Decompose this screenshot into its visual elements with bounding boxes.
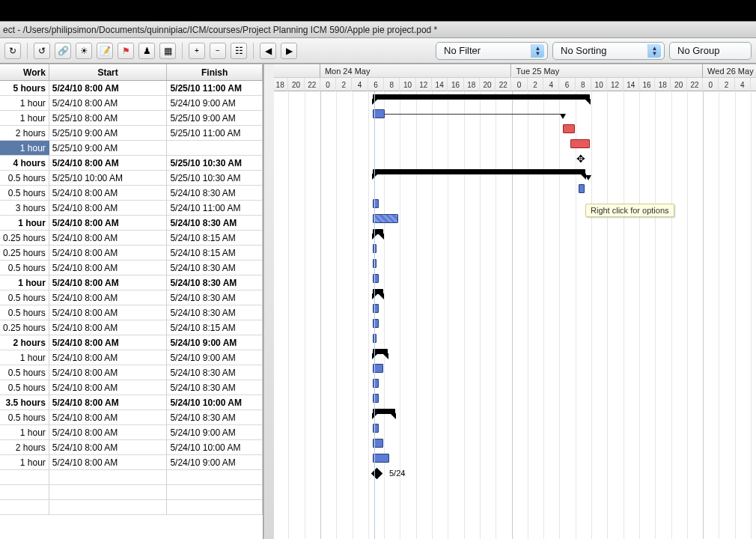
flag-icon[interactable]: ⚑ <box>118 43 134 59</box>
table-row[interactable]: 0.5 hours5/25/10 10:00 AM5/25/10 10:30 A… <box>0 171 263 186</box>
hour-header: 4 <box>543 78 559 91</box>
table-row[interactable]: 1 hour5/24/10 8:00 AM5/24/10 9:00 AM <box>0 96 263 111</box>
cell-work: 0.5 hours <box>0 261 49 275</box>
table-row[interactable]: 0.5 hours5/24/10 8:00 AM5/24/10 8:30 AM <box>0 305 263 320</box>
gantt-chart[interactable]: Mon 24 MayTue 25 MayWed 26 May1820220246… <box>274 64 756 539</box>
table-row[interactable]: 2 hours5/24/10 8:00 AM5/24/10 10:00 AM <box>0 440 263 455</box>
hour-header: 18 <box>655 78 671 91</box>
table-row[interactable] <box>0 470 263 485</box>
col-header-start[interactable]: Start <box>49 64 168 80</box>
group-dropdown[interactable]: No Group <box>669 42 752 60</box>
zoom-in-icon[interactable]: + <box>189 43 205 59</box>
cell-start: 5/24/10 8:00 AM <box>49 231 168 245</box>
table-row[interactable]: 0.5 hours5/24/10 8:00 AM5/24/10 8:30 AM <box>0 410 263 425</box>
summary-bar[interactable] <box>373 409 395 414</box>
hour-header: 0 <box>320 78 336 91</box>
link-icon[interactable]: 🔗 <box>55 43 71 59</box>
cell-work: 1 hour <box>0 216 49 230</box>
dropdown-arrows-icon: ▲▼ <box>531 44 544 58</box>
table-row[interactable] <box>0 500 263 515</box>
cell-work: 0.5 hours <box>0 380 49 395</box>
table-row[interactable]: 0.5 hours5/24/10 8:00 AM5/24/10 8:30 AM <box>0 365 263 380</box>
table-row[interactable]: 4 hours5/24/10 8:00 AM5/25/10 10:30 AM <box>0 156 263 171</box>
cell-work: 0.25 hours <box>0 231 49 245</box>
cell-finish: 5/24/10 9:00 AM <box>167 425 263 439</box>
refresh-icon[interactable]: ↻ <box>4 43 21 59</box>
hour-header: 4 <box>353 78 368 91</box>
hour-header: 2 <box>719 78 734 91</box>
task-bar[interactable] <box>563 124 575 133</box>
milestone-marker[interactable] <box>371 468 383 480</box>
sort-dropdown[interactable]: No Sorting ▲▼ <box>552 42 665 60</box>
table-row[interactable]: 0.25 hours5/24/10 8:00 AM5/24/10 8:15 AM <box>0 320 263 335</box>
hour-header: 8 <box>576 78 591 91</box>
cell-finish: 5/24/10 9:00 AM <box>167 96 263 110</box>
table-row[interactable]: 0.25 hours5/24/10 8:00 AM5/24/10 8:15 AM <box>0 246 263 261</box>
cell-finish: 5/24/10 10:00 AM <box>167 440 263 454</box>
prev-icon[interactable]: ◀ <box>260 43 276 59</box>
summary-bar[interactable] <box>373 349 388 354</box>
cell-finish: 5/24/10 8:30 AM <box>167 290 263 305</box>
milestone-label: 5/24 <box>389 469 405 478</box>
table-row[interactable]: 0.5 hours5/24/10 8:00 AM5/24/10 8:30 AM <box>0 290 263 305</box>
table-row[interactable]: 3.5 hours5/24/10 8:00 AM5/24/10 10:00 AM <box>0 395 263 410</box>
table-row[interactable]: 1 hour5/24/10 8:00 AM5/24/10 9:00 AM <box>0 350 263 365</box>
col-header-work[interactable]: Work <box>0 64 49 80</box>
next-icon[interactable]: ▶ <box>281 43 297 59</box>
cell-start: 5/25/10 10:00 AM <box>49 171 168 185</box>
table-row[interactable]: 1 hour5/25/10 8:00 AM5/25/10 9:00 AM <box>0 111 263 126</box>
cell-finish: 5/24/10 8:15 AM <box>167 231 263 245</box>
hour-header: 18 <box>464 78 480 91</box>
dependency-arrow-icon <box>585 175 591 180</box>
hour-header: 6 <box>751 78 756 91</box>
cell-start: 5/24/10 8:00 AM <box>49 290 168 305</box>
toolbar: ↻ ↺ 🔗 ☀ 📝 ⚑ ♟ ▦ + − ☷ ◀ ▶ No Filter ▲▼ N… <box>0 38 756 64</box>
task-bar[interactable] <box>579 184 585 193</box>
table-row[interactable]: 0.25 hours5/24/10 8:00 AM5/24/10 8:15 AM <box>0 231 263 246</box>
summary-bar[interactable] <box>373 94 590 100</box>
cell-work: 2 hours <box>0 335 49 350</box>
table-row[interactable]: 1 hour5/24/10 8:00 AM5/24/10 9:00 AM <box>0 425 263 440</box>
note-icon[interactable]: 📝 <box>97 43 113 59</box>
cell-finish: 5/24/10 9:00 AM <box>167 335 263 350</box>
reload-icon[interactable]: ↺ <box>34 43 50 59</box>
table-row[interactable]: 2 hours5/25/10 9:00 AM5/25/10 11:00 AM <box>0 126 263 141</box>
highlight-icon[interactable]: ☀ <box>76 43 92 59</box>
task-bar[interactable] <box>373 454 389 463</box>
fit-icon[interactable]: ☷ <box>231 43 247 59</box>
task-bar[interactable] <box>373 214 398 223</box>
cell-start: 5/24/10 8:00 AM <box>49 380 168 395</box>
table-row[interactable]: 2 hours5/24/10 8:00 AM5/24/10 9:00 AM <box>0 335 263 350</box>
cell-work: 2 hours <box>0 126 49 140</box>
table-row[interactable]: 5 hours5/24/10 8:00 AM5/25/10 11:00 AM <box>0 81 263 96</box>
cell-work: 1 hour <box>0 425 49 439</box>
table-row[interactable]: 1 hour5/24/10 8:00 AM5/24/10 9:00 AM <box>0 455 263 470</box>
filter-dropdown[interactable]: No Filter ▲▼ <box>436 42 548 60</box>
task-bar[interactable] <box>570 139 590 148</box>
resource-icon[interactable]: ♟ <box>138 43 155 59</box>
table-row[interactable]: 0.5 hours5/24/10 8:00 AM5/24/10 8:30 AM <box>0 261 263 275</box>
zoom-out-icon[interactable]: − <box>210 43 226 59</box>
table-row[interactable]: 1 hour5/24/10 8:00 AM5/24/10 8:30 AM <box>0 275 263 290</box>
vertical-scrollbar[interactable] <box>263 64 274 539</box>
hour-header: 20 <box>671 78 687 91</box>
cell-work: 1 hour <box>0 111 49 125</box>
table-row[interactable]: 1 hour5/25/10 9:00 AM <box>0 141 263 156</box>
table-row[interactable]: 1 hour5/24/10 8:00 AM5/24/10 8:30 AM <box>0 216 263 231</box>
table-row[interactable]: 0.5 hours5/24/10 8:00 AM5/24/10 8:30 AM <box>0 186 263 201</box>
table-row[interactable]: 0.5 hours5/24/10 8:00 AM5/24/10 8:30 AM <box>0 380 263 395</box>
dependency-arrow-icon <box>560 114 566 119</box>
cell-finish: 5/24/10 8:30 AM <box>167 216 263 230</box>
cell-finish: 5/25/10 9:00 AM <box>167 111 263 125</box>
cell-work: 0.25 hours <box>0 246 49 260</box>
cell-finish: 5/25/10 10:30 AM <box>167 156 263 170</box>
table-row[interactable]: 3 hours5/24/10 8:00 AM5/24/10 11:00 AM <box>0 201 263 216</box>
table-row[interactable] <box>0 485 263 500</box>
cell-start: 5/24/10 8:00 AM <box>49 455 168 469</box>
cell-start: 5/24/10 8:00 AM <box>49 246 168 260</box>
summary-bar[interactable] <box>373 169 585 174</box>
cell-finish: 5/24/10 8:30 AM <box>167 410 263 424</box>
cell-finish: 5/25/10 11:00 AM <box>167 126 263 140</box>
col-header-finish[interactable]: Finish <box>167 64 263 80</box>
calendar-icon[interactable]: ▦ <box>159 43 176 59</box>
